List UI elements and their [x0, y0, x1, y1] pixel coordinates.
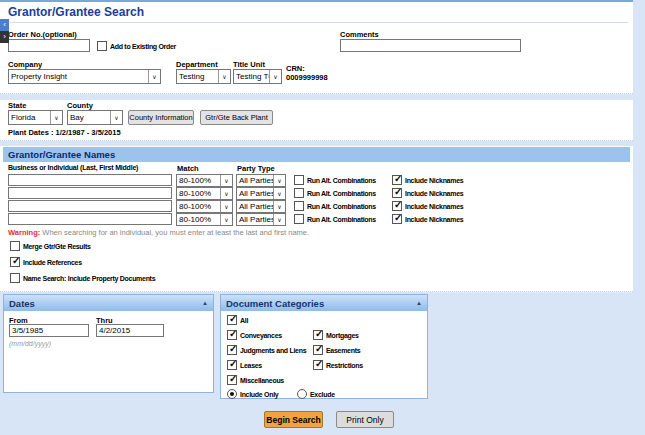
dates-panel-header[interactable]: Dates ▲ — [4, 295, 213, 311]
match-select[interactable]: 80-100%∨ — [176, 174, 233, 187]
state-select-value: Florida — [9, 113, 50, 122]
party-type-select-value: All Parties — [237, 202, 273, 211]
grantor-grantee-search-page: Grantor/Grantee Search Order No.(optiona… — [0, 0, 645, 435]
dates-panel: Dates ▲ From Thru (mm/dd/yyyy) — [3, 294, 214, 393]
party-type-select[interactable]: All Parties∨ — [236, 213, 286, 226]
chevron-down-icon: ∨ — [273, 188, 285, 199]
department-label: Department — [176, 60, 218, 69]
category-conveyances-checkbox[interactable] — [227, 330, 237, 340]
merge-results-checkbox[interactable] — [10, 241, 20, 251]
exclude-radio[interactable] — [297, 389, 307, 399]
department-select-value: Testing — [177, 72, 218, 81]
crn-label: CRN: — [286, 64, 305, 73]
category-judgments-label: Judgments and Liens — [240, 347, 306, 354]
chevron-down-icon: ∨ — [220, 201, 232, 212]
add-to-existing-checkbox[interactable] — [97, 41, 107, 51]
begin-search-button[interactable]: Begin Search — [264, 411, 323, 428]
party-type-select[interactable]: All Parties∨ — [236, 187, 286, 200]
run-alt-combinations-label: Run Alt. Combinations — [307, 190, 376, 197]
chevron-down-icon: ∨ — [220, 188, 232, 199]
county-label: County — [67, 101, 93, 110]
match-select-value: 80-100% — [177, 176, 220, 185]
category-mortgages-checkbox[interactable] — [313, 330, 323, 340]
category-conveyances-label: Conveyances — [240, 332, 282, 339]
chevron-down-icon: ∨ — [110, 111, 122, 124]
include-references-checkbox[interactable] — [10, 257, 20, 267]
name-input[interactable] — [8, 174, 172, 186]
company-label: Company — [8, 60, 42, 69]
name-input[interactable] — [8, 213, 172, 225]
order-no-input[interactable] — [8, 39, 90, 52]
run-alt-combinations-checkbox[interactable] — [294, 175, 304, 185]
chevron-down-icon: ∨ — [220, 175, 232, 186]
chevron-down-icon: ∨ — [50, 111, 62, 124]
run-alt-combinations-checkbox[interactable] — [294, 188, 304, 198]
match-select-value: 80-100% — [177, 189, 220, 198]
include-nicknames-checkbox[interactable] — [392, 201, 402, 211]
county-information-button[interactable]: County Information — [128, 110, 194, 125]
names-section-header: Grantor/Grantee Names — [3, 147, 630, 162]
party-type-select[interactable]: All Parties∨ — [236, 174, 286, 187]
company-select-value: Property Insight — [9, 72, 148, 81]
include-nicknames-label: Include Nicknames — [405, 203, 463, 210]
header-divider — [10, 22, 628, 23]
state-select[interactable]: Florida ∨ — [8, 110, 63, 125]
title-unit-select-value: Testing TO — [234, 72, 269, 81]
comments-input[interactable] — [340, 39, 521, 52]
department-select[interactable]: Testing ∨ — [176, 69, 231, 84]
document-categories-header[interactable]: Document Categories ▲ — [221, 295, 427, 311]
back-plant-button[interactable]: Gtr/Gte Back Plant — [200, 110, 273, 125]
collapse-up-icon[interactable]: ▲ — [202, 300, 208, 306]
category-judgments-checkbox[interactable] — [227, 345, 237, 355]
include-nicknames-checkbox[interactable] — [392, 175, 402, 185]
date-format-hint: (mm/dd/yyyy) — [9, 340, 51, 347]
warning-text: Warning: When searching for an individua… — [8, 228, 309, 237]
include-only-radio[interactable] — [227, 389, 237, 399]
run-alt-combinations-label: Run Alt. Combinations — [307, 177, 376, 184]
print-only-button[interactable]: Print Only — [336, 411, 394, 428]
category-easements-label: Easements — [326, 347, 360, 354]
run-alt-combinations-checkbox[interactable] — [294, 214, 304, 224]
plant-dates-text: Plant Dates : 1/2/1987 - 3/5/2015 — [8, 128, 121, 137]
from-date-input[interactable] — [9, 324, 89, 337]
county-select[interactable]: Bay ∨ — [67, 110, 123, 125]
name-search-property-docs-checkbox[interactable] — [10, 273, 20, 283]
collapse-left-icon[interactable]: ‹ — [0, 19, 9, 31]
category-restrictions-checkbox[interactable] — [313, 360, 323, 370]
category-all-label: All — [240, 317, 248, 324]
include-only-label: Include Only — [240, 391, 278, 398]
category-miscellaneous-checkbox[interactable] — [227, 375, 237, 385]
match-select[interactable]: 80-100%∨ — [176, 187, 233, 200]
run-alt-combinations-label: Run Alt. Combinations — [307, 203, 376, 210]
name-input[interactable] — [8, 200, 172, 212]
party-type-select-value: All Parties — [237, 176, 273, 185]
thru-date-input[interactable] — [96, 324, 164, 337]
party-type-column-header: Party Type — [237, 164, 275, 173]
category-mortgages-label: Mortgages — [326, 332, 359, 339]
chevron-down-icon: ∨ — [273, 175, 285, 186]
category-all-checkbox[interactable] — [227, 315, 237, 325]
name-input[interactable] — [8, 187, 172, 199]
include-references-label: Include References — [23, 259, 82, 266]
party-type-select[interactable]: All Parties∨ — [236, 200, 286, 213]
title-unit-select[interactable]: Testing TO ∨ — [233, 69, 282, 84]
page-title: Grantor/Grantee Search — [8, 5, 144, 19]
title-unit-label: Title Unit — [233, 60, 265, 69]
match-select[interactable]: 80-100%∨ — [176, 200, 233, 213]
match-select[interactable]: 80-100%∨ — [176, 213, 233, 226]
category-leases-checkbox[interactable] — [227, 360, 237, 370]
chevron-down-icon: ∨ — [148, 70, 160, 83]
category-easements-checkbox[interactable] — [313, 345, 323, 355]
document-categories-panel: Document Categories ▲ All Conveyances Mo… — [220, 294, 428, 399]
include-nicknames-label: Include Nicknames — [405, 177, 463, 184]
chevron-down-icon: ∨ — [273, 201, 285, 212]
include-nicknames-checkbox[interactable] — [392, 188, 402, 198]
merge-results-label: Merge Gtr/Gte Results — [23, 243, 91, 250]
company-select[interactable]: Property Insight ∨ — [8, 69, 161, 84]
collapse-up-icon[interactable]: ▲ — [416, 300, 422, 306]
run-alt-combinations-checkbox[interactable] — [294, 201, 304, 211]
include-nicknames-checkbox[interactable] — [392, 214, 402, 224]
category-leases-label: Leases — [240, 362, 262, 369]
include-nicknames-label: Include Nicknames — [405, 190, 463, 197]
collapse-right-icon[interactable]: › — [0, 31, 9, 43]
